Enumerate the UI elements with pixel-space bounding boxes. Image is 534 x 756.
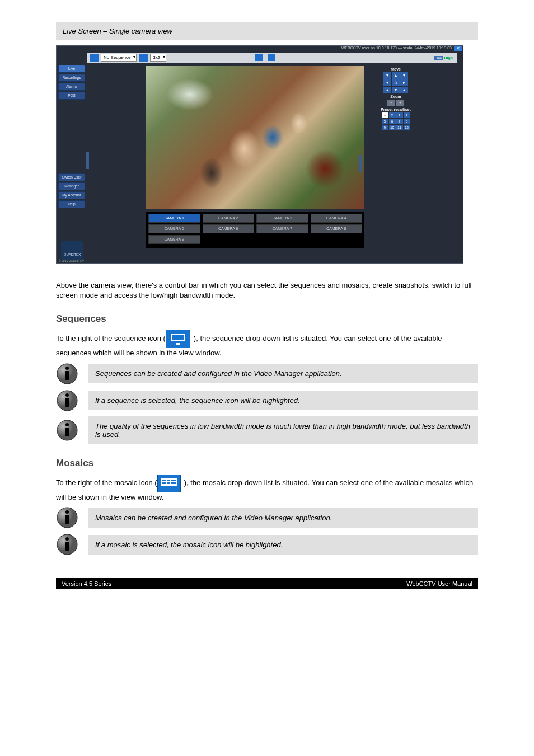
copyright-text: © 2011 Quadrox NV — [59, 259, 84, 262]
info-icon — [56, 419, 78, 442]
mosaics-heading: Mosaics — [56, 458, 478, 469]
note-sequences-3: The quality of the sequences in low band… — [88, 416, 478, 444]
svg-point-1 — [65, 367, 69, 370]
preset-11[interactable]: 11 — [396, 125, 403, 130]
nav-help[interactable]: Help — [58, 200, 85, 208]
mosaics-paragraph: To the right of the mosaic icon (), the … — [56, 475, 478, 503]
nav-alarms[interactable]: Alarms — [58, 83, 85, 91]
preset-12[interactable]: 12 — [404, 125, 410, 130]
preset-9[interactable]: 9 — [382, 125, 388, 130]
ptz-up-right-icon[interactable]: ▾ — [400, 72, 408, 79]
svg-point-7 — [65, 423, 69, 426]
camera-video-feed[interactable] — [146, 66, 364, 209]
svg-rect-14 — [65, 542, 69, 551]
left-panel-toggle[interactable] — [86, 152, 89, 169]
ptz-down-icon[interactable]: ▾ — [392, 87, 400, 93]
svg-rect-11 — [65, 515, 69, 524]
camera-button-1[interactable]: CAMERA 1 — [148, 214, 200, 223]
nav-recordings[interactable]: Recordings — [58, 74, 85, 82]
camera-button-4[interactable]: CAMERA 4 — [311, 214, 363, 223]
camera-button-5[interactable]: CAMERA 5 — [148, 224, 200, 233]
screenshot-live-view: WEBCCTV user on 10.0.10.179 — sexta, 24-… — [56, 45, 463, 264]
note-sequences-1: Sequences can be created and configured … — [88, 364, 478, 383]
ptz-up-left-icon[interactable]: ▾ — [383, 72, 391, 79]
camera-button-8[interactable]: CAMERA 8 — [311, 224, 363, 233]
brand-logo: QUADROX — [61, 241, 83, 260]
ptz-preset-label: Preset recall/set — [379, 107, 413, 111]
camera-button-9[interactable]: CAMERA 9 — [148, 235, 200, 244]
ptz-zoom-label: Zoom — [379, 95, 413, 98]
top-toolbar: No Sequence 3x3 LowHigh — [87, 53, 457, 63]
note-sequences-2: If a sequence is selected, the sequence … — [88, 391, 478, 410]
preset-grid: ⌂ 2 3 4 5 6 7 8 9 10 11 12 — [379, 112, 413, 130]
svg-rect-8 — [65, 428, 69, 436]
sequences-heading: Sequences — [56, 313, 478, 325]
close-icon[interactable]: ✕ — [454, 46, 462, 51]
sequence-select[interactable]: No Sequence — [101, 54, 137, 62]
ptz-right-icon[interactable]: ▸ — [400, 79, 408, 86]
fullscreen-icon[interactable] — [268, 54, 275, 61]
camera-button-2[interactable]: CAMERA 2 — [203, 214, 255, 223]
ptz-left-icon[interactable]: ◂ — [383, 79, 391, 86]
page-footer: Version 4.5 Series WebCCTV User Manual — [56, 578, 478, 589]
intro-paragraph: Above the camera view, there's a control… — [56, 280, 478, 300]
snapshot-icon[interactable] — [255, 54, 263, 61]
info-icon — [56, 363, 78, 385]
info-icon — [56, 506, 78, 529]
preset-home[interactable]: ⌂ — [382, 112, 388, 118]
note-mosaics-1: Mosaics can be created and configured in… — [88, 508, 478, 528]
ptz-panel: Move ▾ ▴ ▾ ◂ ⌂ ▸ ▴ ▾ ▴ Zoom − + Preset r… — [379, 66, 413, 130]
bandwidth-toggle[interactable]: LowHigh — [434, 56, 453, 60]
preset-4[interactable]: 4 — [404, 112, 410, 118]
svg-point-10 — [65, 510, 69, 514]
footer-title: WebCCTV User Manual — [406, 580, 472, 587]
mosaic-grid-icon — [157, 475, 181, 492]
ptz-move-label: Move — [379, 67, 413, 71]
preset-5[interactable]: 5 — [382, 119, 388, 124]
note-mosaics-2: If a mosaic is selected, the mosaic icon… — [88, 535, 478, 555]
sequences-paragraph: To the right of the sequence icon (), th… — [56, 330, 478, 358]
camera-selector-bar: CAMERA 1 CAMERA 2 CAMERA 3 CAMERA 4 CAME… — [146, 212, 364, 248]
preset-10[interactable]: 10 — [389, 125, 396, 130]
mosaic-select[interactable]: 3x3 — [150, 54, 166, 62]
nav-live[interactable]: Live — [58, 65, 85, 73]
camera-button-7[interactable]: CAMERA 7 — [256, 224, 308, 233]
svg-rect-5 — [65, 398, 69, 407]
camera-button-3[interactable]: CAMERA 3 — [256, 214, 308, 223]
mosaic-icon[interactable] — [139, 54, 148, 62]
footer-version: Version 4.5 Series — [62, 580, 111, 587]
camera-button-6[interactable]: CAMERA 6 — [203, 224, 255, 233]
nav-pos[interactable]: POS — [58, 92, 85, 100]
svg-rect-2 — [65, 371, 69, 380]
preset-8[interactable]: 8 — [404, 119, 410, 124]
info-icon — [56, 389, 78, 412]
ptz-down-left-icon[interactable]: ▴ — [383, 87, 391, 93]
nav-switch-user[interactable]: Switch User — [58, 173, 85, 181]
svg-point-13 — [65, 537, 69, 541]
sequence-icon[interactable] — [90, 54, 99, 62]
nav-manager[interactable]: Manager — [58, 182, 85, 190]
nav-my-account[interactable]: My Account — [58, 191, 85, 199]
right-panel-toggle[interactable] — [359, 155, 362, 172]
monitor-icon — [166, 330, 190, 348]
zoom-out-icon[interactable]: − — [387, 100, 395, 106]
figure-caption: Live Screen – Single camera view — [56, 22, 478, 40]
preset-7[interactable]: 7 — [396, 119, 403, 124]
preset-2[interactable]: 2 — [389, 112, 396, 118]
info-icon — [56, 533, 78, 556]
ptz-home-icon[interactable]: ⌂ — [392, 79, 400, 86]
zoom-in-icon[interactable]: + — [396, 100, 404, 106]
preset-3[interactable]: 3 — [396, 112, 403, 118]
ptz-up-icon[interactable]: ▴ — [392, 72, 400, 79]
preset-6[interactable]: 6 — [389, 119, 396, 124]
svg-point-4 — [65, 393, 69, 397]
window-titlebar: WEBCCTV user on 10.0.10.179 — sexta, 24-… — [228, 46, 463, 51]
ptz-down-right-icon[interactable]: ▴ — [400, 87, 408, 93]
